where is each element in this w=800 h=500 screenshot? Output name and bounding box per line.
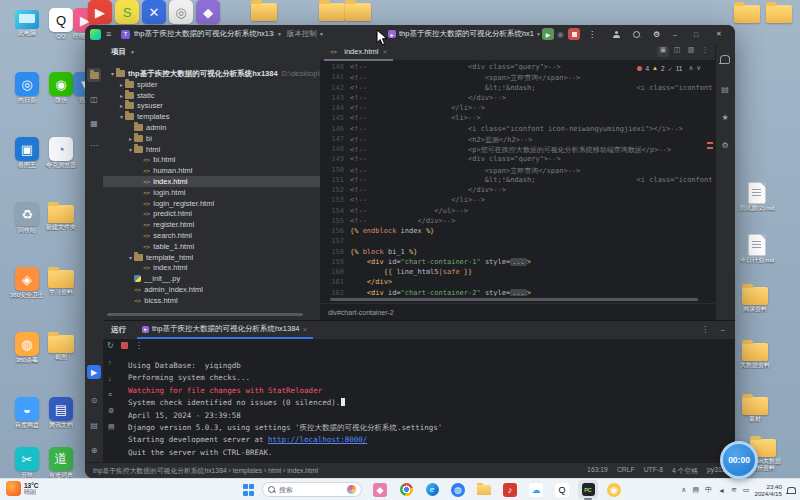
- services-tool-icon[interactable]: ⊕: [87, 443, 101, 457]
- taskbar-app-app-icon[interactable]: ◆: [370, 480, 390, 499]
- taskbar-app-app-icon[interactable]: ☁: [526, 480, 546, 499]
- tree-chevron-icon[interactable]: ▾: [109, 70, 116, 77]
- run-button[interactable]: ▶: [542, 25, 554, 43]
- desktop-icon[interactable]: ◍360杀毒: [8, 332, 46, 364]
- layout-icon[interactable]: ▣: [657, 46, 669, 57]
- database-icon[interactable]: ▤: [718, 82, 732, 96]
- tree-chevron-icon[interactable]: ▾: [127, 254, 134, 261]
- commit-tool-icon[interactable]: ◫: [87, 92, 101, 106]
- project-panel-header[interactable]: 项目 ▼: [111, 47, 135, 57]
- desktop-icon[interactable]: ▣看图王: [8, 137, 46, 169]
- desktop-icon[interactable]: [245, 0, 283, 21]
- tree-item-thp---------------hx1384[interactable]: ▾thp基于疾控大数据的可视化分析系统hx1384D:\desktop\thp基…: [103, 68, 326, 79]
- taskbar-app-pycharm-icon[interactable]: PC: [578, 480, 598, 499]
- close-button[interactable]: ✕: [716, 25, 732, 43]
- folded-region[interactable]: ...: [510, 258, 527, 266]
- scroll-up-icon[interactable]: ↑: [108, 359, 112, 366]
- main-menu-button[interactable]: ≡: [106, 25, 111, 43]
- taskbar-clock[interactable]: 23:40 2024/4/15: [754, 483, 782, 497]
- screen-record-timer[interactable]: 00:00: [720, 441, 758, 479]
- desktop-icon[interactable]: 截图: [42, 332, 80, 361]
- status-item[interactable]: UTF-8: [644, 466, 663, 476]
- desktop-icon[interactable]: 大数据资料: [736, 340, 774, 369]
- status-breadcrumbs[interactable]: thp基于疾控大数据的可视化分析系统hx1384 › templates › h…: [93, 466, 318, 476]
- settings-gear-icon[interactable]: ⚙: [653, 25, 660, 43]
- desktop-icon[interactable]: [339, 0, 377, 21]
- editor-breadcrumb[interactable]: div#chart-container-2: [320, 303, 715, 320]
- tray-icon[interactable]: 中: [705, 485, 712, 495]
- desktop-icon[interactable]: ◆: [189, 0, 227, 24]
- run-tool-icon[interactable]: ▶: [87, 365, 101, 379]
- console-output[interactable]: Using DataBase: yiqingdbPerforming syste…: [128, 361, 728, 461]
- preview-icon[interactable]: ▥: [685, 46, 697, 57]
- more-actions-kebab-icon[interactable]: ⋮: [588, 25, 596, 43]
- desktop-icon[interactable]: 面试题(2).md: [738, 180, 776, 212]
- taskbar-app-app-icon[interactable]: ♪: [500, 480, 520, 499]
- desktop-icon[interactable]: ◔夸克浏览器: [42, 137, 80, 169]
- profile-icon[interactable]: [613, 25, 620, 43]
- tree-item-spider[interactable]: ▸spider: [103, 79, 335, 90]
- rerun-icon[interactable]: ↻: [107, 341, 114, 350]
- status-item[interactable]: CRLF: [617, 466, 635, 476]
- tree-item-admin-index-html[interactable]: <>admin_index.html: [103, 284, 344, 295]
- taskbar-app-edge-icon[interactable]: e: [422, 480, 442, 499]
- project-name-menu[interactable]: thp基于疾控大数据的可视化分析系统hx1384: [134, 25, 274, 43]
- tree-item-admin[interactable]: admin: [103, 122, 344, 133]
- stop-button[interactable]: [568, 25, 580, 43]
- console-settings-icon[interactable]: ⚙: [108, 407, 114, 415]
- taskbar-app-folder-icon[interactable]: [474, 480, 494, 499]
- tray-icon[interactable]: ∧: [681, 486, 686, 494]
- folded-region[interactable]: ...: [510, 289, 527, 296]
- tree-chevron-icon[interactable]: ▸: [127, 135, 134, 142]
- code-area[interactable]: 4 ▲2 ✓11 ∧ ∨ 140<!-- <div class="query">…: [320, 60, 715, 296]
- search-highlight-icon[interactable]: [347, 485, 356, 494]
- ai-assistant-icon[interactable]: ★: [718, 110, 732, 124]
- tab-options-kebab-icon[interactable]: ⋮: [699, 46, 711, 57]
- desktop-icon[interactable]: ✂剪映: [8, 447, 46, 479]
- tree-item-search-html[interactable]: <>search.html: [103, 230, 353, 241]
- desktop-icon[interactable]: [760, 2, 798, 24]
- status-item[interactable]: 4 个空格: [672, 466, 698, 476]
- desktop-icon[interactable]: ▤腾讯文档: [42, 397, 80, 429]
- more-tools-icon[interactable]: ⋯: [87, 138, 101, 152]
- tree-item-sysuser[interactable]: ▸sysuser: [103, 100, 335, 111]
- run-config-selector[interactable]: ▸ thp基于疾控大数据的可视化分析系统hx1384 ▼: [388, 25, 541, 43]
- clear-console-icon[interactable]: ▤: [108, 423, 115, 431]
- server-url-link[interactable]: http://localhost:8000/: [268, 435, 367, 444]
- notification-bell-icon[interactable]: [787, 487, 796, 494]
- start-button[interactable]: [243, 484, 255, 496]
- tree-item-bi[interactable]: ▸bi: [103, 133, 344, 144]
- tree-item-templates[interactable]: ▾templates: [103, 111, 335, 122]
- desktop-icon[interactable]: 此电脑: [8, 8, 46, 37]
- vcs-menu[interactable]: 版本控制▼: [287, 25, 324, 43]
- editor-horizontal-scrollbar[interactable]: [330, 298, 698, 301]
- taskbar-app-chrome-icon[interactable]: [396, 480, 416, 499]
- desktop-icon[interactable]: ◒百度网盘: [8, 397, 46, 429]
- editor-area[interactable]: <> index.html ✕ ▣ ◫ ▥ ⋮ 4 ▲2 ✓11 ∧ ∨ 140…: [320, 43, 715, 320]
- taskbar-app-app-icon[interactable]: ◍: [448, 480, 468, 499]
- desktop-icon[interactable]: 学习资料: [42, 267, 80, 296]
- tree-item-index-html[interactable]: <>index.html: [103, 176, 353, 187]
- hide-panel-icon[interactable]: –: [721, 325, 725, 334]
- tree-item-html[interactable]: ▾html: [103, 144, 344, 155]
- desktop-icon[interactable]: 今日计划.md: [738, 232, 776, 264]
- scroll-down-icon[interactable]: ↓: [108, 375, 112, 382]
- tree-item-login-register-html[interactable]: <>login_register.html: [103, 198, 353, 209]
- tree-item-login-html[interactable]: <>login.html: [103, 187, 353, 198]
- tree-chevron-icon[interactable]: ▸: [118, 102, 125, 109]
- tree-item-register-html[interactable]: <>register.html: [103, 219, 353, 230]
- tree-item-bi-html[interactable]: <>bi.html: [103, 154, 353, 165]
- project-tool-icon[interactable]: [87, 68, 101, 82]
- tree-item---init---py[interactable]: __init__.py: [103, 273, 344, 284]
- tree-item-index-html[interactable]: <>index.html: [103, 262, 353, 273]
- soft-wrap-icon[interactable]: ≡: [108, 391, 112, 398]
- tree-item-table-1-html[interactable]: <>table_1.html: [103, 241, 353, 252]
- split-view-icon[interactable]: ◫: [671, 46, 683, 57]
- desktop-icon[interactable]: 新建文件夹: [42, 202, 80, 231]
- desktop-icon[interactable]: ♻回收站: [8, 202, 46, 234]
- tray-icon[interactable]: ▤: [692, 486, 699, 494]
- minimize-button[interactable]: –: [673, 25, 689, 43]
- taskbar-weather-widget[interactable]: 13°C晴朗: [6, 481, 39, 496]
- tree-item-static[interactable]: ▸static: [103, 90, 335, 101]
- desktop-icon[interactable]: 道有道词典: [42, 447, 80, 479]
